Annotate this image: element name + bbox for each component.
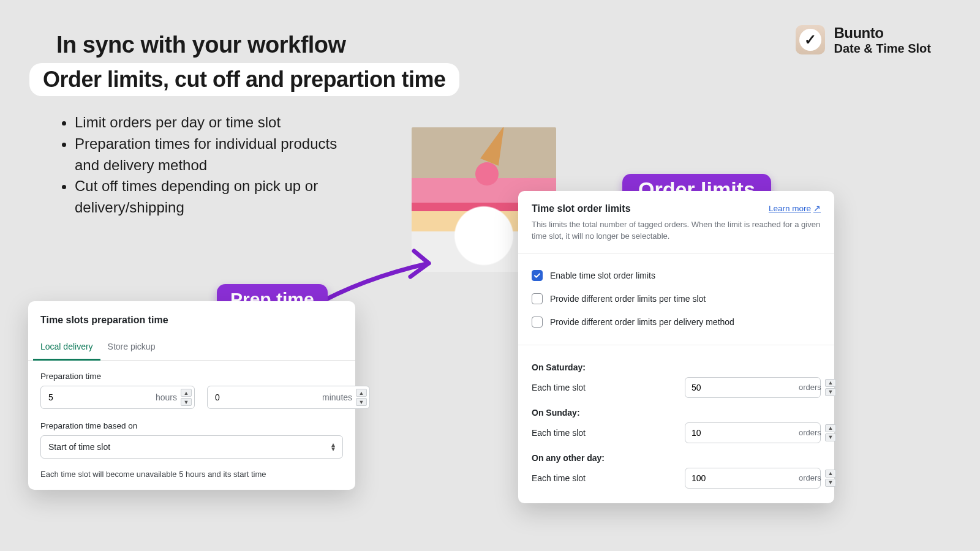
minutes-spinner[interactable]: ▲ ▼ [356,389,367,406]
hours-unit: hours [156,392,177,402]
otherday-limit-input-wrap[interactable]: orders ▲ ▼ [685,468,821,489]
hours-spinner[interactable]: ▲ ▼ [181,389,192,406]
prep-hint: Each time slot will become unavailable 5… [40,470,343,479]
order-limits-card: Time slot order limits Learn more ↗ This… [518,191,834,503]
each-slot-label: Each time slot [532,473,586,483]
hero-heading-2: Order limits, cut off and prepartion tim… [43,67,446,92]
brand-subtitle: Date & Time Slot [834,42,931,56]
select-caret-icon: ▴▾ [331,443,335,451]
checkbox-label: Enable time slot order limits [550,271,655,280]
sunday-limit-input-wrap[interactable]: orders ▲ ▼ [685,422,821,443]
based-on-select[interactable]: Start of time slot ▴▾ [40,435,343,459]
chevron-up-icon[interactable]: ▲ [356,389,367,397]
checkbox-per-slot[interactable]: Provide different order limits per time … [532,287,821,310]
learn-more-link[interactable]: Learn more ↗ [769,203,821,213]
otherday-limit-input[interactable] [692,473,799,483]
brand-name: Buunto [834,24,931,42]
tab-store-pickup[interactable]: Store pickup [100,335,163,360]
checkbox-label: Provide different order limits per deliv… [550,317,734,327]
hours-input-wrap[interactable]: hours ▲ ▼ [40,386,195,409]
minutes-input[interactable] [215,392,322,402]
hero-heading-1: In sync with your workflow [56,32,459,58]
checkbox-enable-limits[interactable]: Enable time slot order limits [532,264,821,287]
day-heading-other: On any other day: [532,453,821,463]
label-prep-time: Preparation time [40,372,343,381]
checkbox-icon [532,293,543,304]
day-heading-sunday: On Sunday: [532,408,821,418]
chevron-up-icon[interactable]: ▲ [825,379,836,387]
bullet-item: Cut off times depending on pick up or de… [75,176,350,219]
learn-more-label: Learn more [769,204,811,213]
hours-input[interactable] [48,392,156,402]
each-slot-label: Each time slot [532,383,586,392]
orders-unit: orders [799,428,821,437]
saturday-limit-input-wrap[interactable]: orders ▲ ▼ [685,377,821,398]
chevron-down-icon[interactable]: ▼ [356,398,367,406]
bullet-item: Limit orders per day or time slot [75,112,350,133]
chevron-down-icon[interactable]: ▼ [181,398,192,406]
chevron-up-icon[interactable]: ▲ [825,470,836,478]
chevron-up-icon[interactable]: ▲ [825,424,836,432]
checkbox-label: Provide different order limits per time … [550,294,706,304]
label-based-on: Preparation time based on [40,421,343,430]
prep-time-card: Time slots preparation time Local delive… [28,301,355,490]
brand-logo: ✓ [796,25,825,54]
hero-heading-2-pill: Order limits, cut off and prepartion tim… [29,63,459,96]
checkmark-icon: ✓ [799,29,821,51]
each-slot-label: Each time slot [532,428,586,438]
external-link-icon: ↗ [813,203,821,213]
tab-local-delivery[interactable]: Local delivery [33,335,100,361]
select-value: Start of time slot [48,442,110,452]
prep-card-title: Time slots preparation time [28,315,355,335]
order-card-title: Time slot order limits [532,203,631,214]
sunday-spinner[interactable]: ▲ ▼ [825,424,836,441]
brand-block: ✓ Buunto Date & Time Slot [796,24,931,56]
checkbox-per-method[interactable]: Provide different order limits per deliv… [532,310,821,334]
otherday-spinner[interactable]: ▲ ▼ [825,470,836,487]
prep-tabs: Local delivery Store pickup [28,335,355,361]
minutes-input-wrap[interactable]: minutes ▲ ▼ [207,386,370,409]
saturday-limit-input[interactable] [692,383,799,392]
hero: In sync with your workflow Order limits,… [56,32,459,219]
orders-unit: orders [799,473,821,482]
bullet-item: Preparation times for individual product… [75,133,350,176]
sunday-limit-input[interactable] [692,428,799,438]
chevron-down-icon[interactable]: ▼ [825,433,836,441]
chevron-down-icon[interactable]: ▼ [825,479,836,487]
day-heading-saturday: On Saturday: [532,362,821,372]
minutes-unit: minutes [322,392,352,402]
chevron-down-icon[interactable]: ▼ [825,388,836,396]
feature-bullets: Limit orders per day or time slot Prepar… [56,112,350,219]
saturday-spinner[interactable]: ▲ ▼ [825,379,836,396]
order-card-desc: This limits the total number of tagged o… [518,217,834,254]
chevron-up-icon[interactable]: ▲ [181,389,192,397]
checkbox-icon [532,317,543,328]
checkbox-icon [532,270,543,281]
orders-unit: orders [799,383,821,392]
